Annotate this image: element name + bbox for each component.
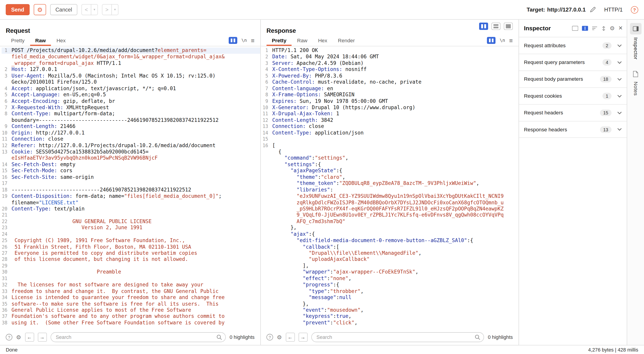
editor-line: "settings":{ (262, 162, 518, 168)
editor-line: "event":"mousedown", (262, 307, 518, 314)
editor-line: 4X-Content-Type-Options: nosniff (262, 67, 518, 73)
inspector-settings-gear-icon[interactable]: ⚙ (610, 25, 615, 32)
editor-line: "libraries": (262, 187, 518, 193)
response-highlight-count: 0 highlights (488, 334, 513, 340)
response-editor[interactable]: 1HTTP/1.1 200 OK2Date: Sat, 04 May 2024 … (261, 46, 518, 329)
editor-line: field_media_document/widget/0&ajax_form=… (2, 54, 260, 60)
count-badge: 4 (602, 59, 612, 66)
editor-line: 8X-Frame-Options: SAMEORIGIN (262, 92, 518, 98)
editor-line: 30 Preamble (2, 269, 260, 276)
editor-menu-icon[interactable]: ≡ (509, 37, 513, 44)
editor-line: 17 (2, 180, 260, 187)
target-display: Target: http://127.0.0.1 (527, 6, 586, 13)
editor-line: 8Content-Type: multipart/form-data; (2, 111, 260, 117)
editor-line: 35software--to make sure the software is… (2, 301, 260, 307)
inspector-sections: Request attributes2Request query paramet… (519, 37, 627, 138)
inspector-section-request-headers[interactable]: Request headers15 (519, 104, 627, 121)
count-badge: 13 (600, 126, 612, 133)
response-search-input[interactable] (311, 332, 484, 342)
editor-line: 9Content-Length: 21466 (2, 124, 260, 130)
request-editor-tools: \n ≡ (229, 35, 254, 46)
edit-target-pencil-icon[interactable] (590, 6, 596, 13)
layout-rows-button[interactable] (492, 23, 500, 30)
editor-line: "theme_token":"ZQDBULqR8_eypZ8eA78_8azcT… (262, 180, 518, 187)
editor-line: "edit-field-media-document-0-remove-butt… (262, 238, 518, 244)
editor-line: "callback":[ (262, 244, 518, 250)
rail-tab-notes[interactable]: Notes (633, 71, 638, 96)
response-tab-bar: PrettyRawHexRender \n ≡ (261, 35, 518, 46)
editor-line: 29 (2, 263, 260, 269)
response-tab-hex[interactable]: Hex (313, 35, 333, 46)
rail-tab-inspector[interactable]: Inspector (630, 23, 641, 60)
inspector-close-icon[interactable]: × (619, 24, 623, 32)
search-help-icon[interactable]: ? (6, 334, 12, 341)
editor-line: 33freedom to share and change it. By con… (2, 288, 260, 295)
history-forward-group: > ▾ (102, 4, 118, 15)
toolbar: Send ⚙ Cancel < ▾ > ▾ Target: http://127… (0, 0, 644, 20)
inspector-section-response-headers[interactable]: Response headers13 (519, 121, 627, 138)
response-search-bar: ? ⚙ ← → 0 highlights (261, 329, 518, 345)
editor-line: filename="LICENSE.txt" (2, 200, 260, 206)
send-button[interactable]: Send (6, 4, 30, 15)
editor-line: 1POST /Projects/drupal-10.2.6/media/add/… (2, 47, 260, 54)
section-label: Request body parameters (524, 76, 600, 82)
request-tab-pretty[interactable]: Pretty (6, 35, 30, 46)
inspector-layout-single-icon[interactable] (572, 26, 578, 31)
help-icon[interactable]: ? (631, 6, 638, 13)
inspector-layout-split-icon[interactable] (582, 26, 588, 31)
target-url: http://127.0.0.1 (547, 6, 586, 13)
response-tab-pretty[interactable]: Pretty (266, 35, 292, 46)
editor-line: 32 The licenses for most software are de… (2, 282, 260, 288)
search-help-icon[interactable]: ? (266, 334, 273, 341)
editor-line: 4Accept: application/json, text/javascri… (2, 86, 260, 92)
collapse-all-icon[interactable] (592, 26, 597, 31)
history-back-caret-icon[interactable]: ▾ (91, 4, 98, 15)
editor-line: 22 GNU GENERAL PUBLIC LICENSE (2, 219, 260, 225)
nonprintable-toggle[interactable]: \n (242, 38, 247, 43)
history-forward-caret-icon[interactable]: ▾ (112, 4, 118, 15)
layout-columns-button[interactable] (479, 23, 488, 30)
http-version-toggle[interactable]: HTTP/1 (604, 6, 622, 13)
request-editor[interactable]: 1POST /Projects/drupal-10.2.6/media/add/… (0, 46, 260, 329)
inspector-section-request-body-parameters[interactable]: Request body parameters18 (519, 71, 627, 87)
response-tab-raw[interactable]: Raw (292, 35, 313, 46)
nonprintable-toggle[interactable]: \n (500, 38, 505, 43)
editor-line: 24 (2, 231, 260, 238)
history-back-group: < ▾ (82, 4, 98, 15)
request-tab-raw[interactable]: Raw (30, 35, 51, 46)
layout-single-button[interactable] (504, 23, 513, 30)
next-match-button[interactable]: → (38, 333, 47, 342)
editor-line: "prevent":"click", (262, 320, 518, 326)
chevron-down-icon (617, 128, 622, 131)
editor-line: 3User-Agent: Mozilla/5.0 (Macintosh; Int… (2, 73, 260, 79)
target-label: Target: (527, 6, 545, 13)
editor-line: _wrapper_format=drupal_ajax HTTP/1.1 (2, 60, 260, 67)
inspector-section-request-attributes[interactable]: Request attributes2 (519, 37, 627, 54)
wrap-toggle-icon[interactable] (229, 37, 237, 44)
prev-match-button[interactable]: ← (25, 333, 34, 342)
send-settings-button[interactable]: ⚙ (34, 4, 46, 15)
history-back-button[interactable]: < (82, 4, 92, 15)
editor-line: "wrapper":"ajax-wrapper--CFoEkE9TnSk", (262, 269, 518, 276)
wrap-toggle-icon[interactable] (487, 37, 496, 44)
request-tab-hex[interactable]: Hex (51, 35, 71, 46)
inspector-header: Inspector ⚙ × (519, 20, 627, 37)
request-search-input[interactable] (50, 332, 226, 342)
editor-line: "progress":{ (262, 282, 518, 288)
response-tab-render[interactable]: Render (333, 35, 360, 46)
expand-all-icon[interactable] (601, 25, 606, 31)
editor-line: 36General Public License applies to most… (2, 307, 260, 314)
editor-line: 13Connection: close (262, 124, 518, 130)
section-label: Request query parameters (524, 59, 602, 65)
history-forward-button[interactable]: > (102, 4, 112, 15)
prev-match-button[interactable]: ← (286, 333, 294, 342)
inspector-section-request-query-parameters[interactable]: Request query parameters4 (519, 54, 627, 71)
cancel-button[interactable]: Cancel (50, 4, 78, 15)
next-match-button[interactable]: → (298, 333, 308, 342)
editor-menu-icon[interactable]: ≡ (251, 37, 254, 44)
inspector-section-request-cookies[interactable]: Request cookies1 (519, 87, 627, 104)
search-settings-gear-icon[interactable]: ⚙ (277, 334, 282, 341)
editor-line: 14Content-Type: application/json (262, 130, 518, 136)
section-label: Request cookies (524, 93, 602, 99)
search-settings-gear-icon[interactable]: ⚙ (16, 334, 21, 341)
